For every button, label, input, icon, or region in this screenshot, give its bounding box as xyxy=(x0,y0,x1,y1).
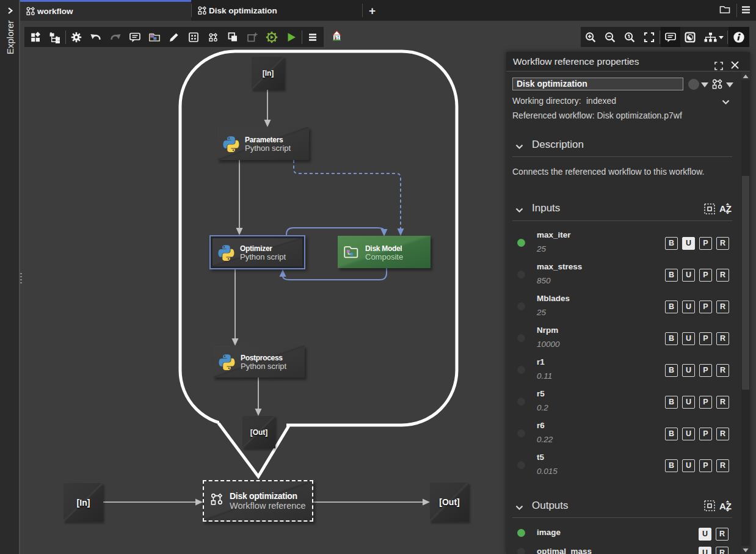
svg-text:AZ: AZ xyxy=(719,501,732,511)
svg-text:AZ: AZ xyxy=(719,203,732,214)
